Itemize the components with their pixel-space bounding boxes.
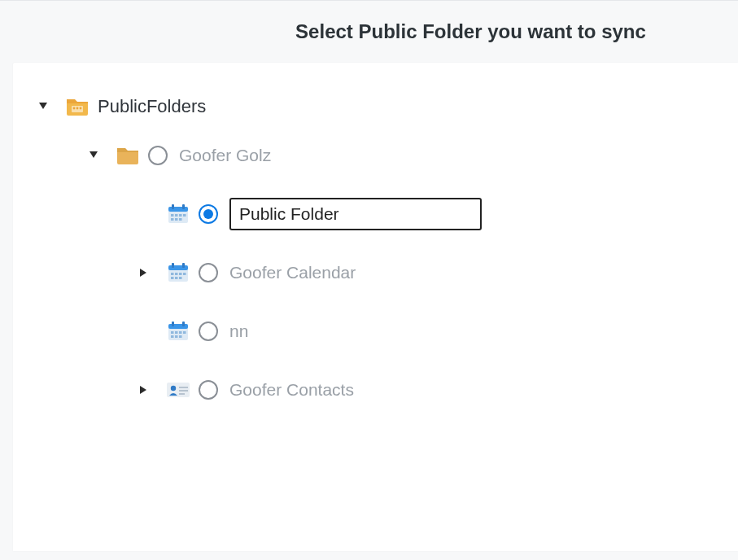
svg-rect-36 <box>183 331 186 334</box>
radio-select[interactable] <box>199 322 218 341</box>
folder-tree: PublicFolders Goofer Golz <box>13 87 738 419</box>
svg-rect-27 <box>175 277 178 279</box>
toggle-spacer <box>137 324 151 339</box>
svg-rect-32 <box>182 322 185 326</box>
svg-rect-33 <box>171 331 174 334</box>
tree-row-public-folder[interactable] <box>13 185 738 243</box>
tree-row-root[interactable]: PublicFolders <box>13 87 738 126</box>
svg-rect-43 <box>179 387 188 388</box>
contacts-icon <box>166 380 190 400</box>
tree-row-goofer-contacts[interactable]: Goofer Contacts <box>13 361 738 419</box>
svg-rect-45 <box>179 393 185 395</box>
svg-rect-28 <box>179 277 182 279</box>
tree-row-goofer-calendar[interactable]: Goofer Calendar <box>13 243 738 302</box>
svg-rect-24 <box>179 273 182 275</box>
svg-rect-15 <box>175 218 178 221</box>
tree-item-label: Goofer Contacts <box>229 380 354 400</box>
svg-rect-8 <box>172 204 174 209</box>
svg-rect-38 <box>175 335 178 338</box>
tree-row-goofer-golz[interactable]: Goofer Golz <box>13 126 738 185</box>
expand-toggle[interactable] <box>86 148 101 163</box>
tree-row-nn[interactable]: nn <box>13 302 738 361</box>
svg-point-42 <box>171 386 176 391</box>
calendar-icon <box>166 204 190 224</box>
folder-tree-panel: PublicFolders Goofer Golz <box>13 63 738 551</box>
svg-rect-19 <box>168 265 188 270</box>
tree-item-label: Goofer Calendar <box>229 263 356 282</box>
tree-item-label: nn <box>229 322 248 341</box>
toggle-spacer <box>137 207 151 221</box>
svg-point-2 <box>73 107 76 110</box>
calendar-icon <box>166 263 190 282</box>
calendar-icon <box>166 322 190 341</box>
tree-item-label: Goofer Golz <box>179 146 271 165</box>
svg-rect-9 <box>182 204 185 209</box>
expand-toggle[interactable] <box>137 265 151 280</box>
page-title: Select Public Folder you want to sync <box>203 20 738 43</box>
folder-people-icon <box>65 97 90 116</box>
svg-marker-40 <box>140 386 146 394</box>
expand-toggle[interactable] <box>36 99 50 114</box>
svg-rect-10 <box>171 214 174 217</box>
svg-point-3 <box>76 107 79 110</box>
svg-rect-44 <box>179 390 188 392</box>
svg-rect-16 <box>179 218 182 221</box>
rename-input[interactable] <box>229 198 482 230</box>
svg-rect-39 <box>179 335 182 338</box>
radio-select[interactable] <box>148 146 168 165</box>
page-header: Select Public Folder you want to sync <box>0 0 738 59</box>
tree-item-label: PublicFolders <box>98 96 206 117</box>
svg-rect-26 <box>171 277 174 279</box>
svg-rect-23 <box>175 273 178 275</box>
svg-marker-17 <box>140 269 146 277</box>
radio-select[interactable] <box>199 263 218 282</box>
folder-icon <box>116 146 140 165</box>
svg-rect-30 <box>168 324 188 329</box>
expand-toggle[interactable] <box>137 383 151 397</box>
svg-point-4 <box>80 107 82 110</box>
svg-rect-35 <box>179 331 182 334</box>
svg-rect-22 <box>171 273 174 275</box>
radio-select[interactable] <box>199 204 218 224</box>
svg-rect-7 <box>168 207 188 212</box>
svg-rect-25 <box>183 273 186 275</box>
svg-rect-37 <box>171 335 174 338</box>
svg-rect-11 <box>175 214 178 217</box>
svg-rect-12 <box>179 214 182 217</box>
svg-rect-31 <box>172 322 174 326</box>
svg-rect-13 <box>183 214 186 217</box>
radio-select[interactable] <box>199 380 218 400</box>
svg-rect-14 <box>171 218 174 221</box>
svg-rect-21 <box>182 263 185 268</box>
svg-marker-0 <box>39 103 47 109</box>
svg-rect-34 <box>175 331 178 334</box>
svg-marker-5 <box>90 151 98 158</box>
svg-rect-20 <box>172 263 174 268</box>
